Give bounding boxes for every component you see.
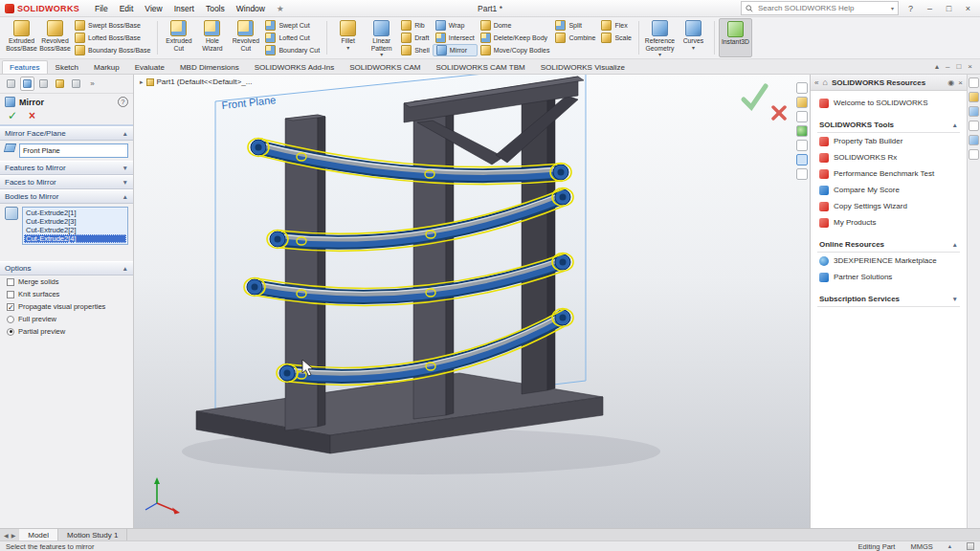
- menu-file[interactable]: File: [89, 2, 114, 15]
- maximize-icon[interactable]: □: [942, 2, 956, 15]
- compare-score-link[interactable]: Compare My Score: [817, 182, 960, 198]
- flex-button[interactable]: Flex: [598, 19, 635, 32]
- property-tab-builder-link[interactable]: Property Tab Builder: [817, 133, 960, 149]
- panel-overflow-button[interactable]: »: [85, 77, 100, 91]
- menu-window[interactable]: Window: [231, 2, 271, 15]
- file-explorer-tab-icon[interactable]: [969, 106, 979, 117]
- feature-breadcrumb[interactable]: ▸ Part1 (Default<<Default>_...: [140, 77, 252, 86]
- tab-visualize[interactable]: SOLIDWORKS Visualize: [533, 60, 633, 74]
- dome-button[interactable]: Dome: [478, 19, 553, 32]
- section-display-icon[interactable]: [796, 140, 808, 151]
- welcome-link[interactable]: Welcome to SOLIDWORKS: [817, 95, 960, 111]
- wrap-button[interactable]: Wrap: [433, 19, 478, 32]
- move-copy-bodies-button[interactable]: Move/Copy Bodies: [478, 44, 553, 56]
- body-list-item[interactable]: Cut-Extrude2[1]: [24, 209, 126, 217]
- tab-addins[interactable]: SOLIDWORKS Add-Ins: [247, 60, 343, 74]
- lofted-cut-button[interactable]: Lofted Cut: [262, 32, 323, 44]
- instant3d-button[interactable]: Instant3D: [719, 18, 752, 57]
- subscription-section-header[interactable]: Subscription Services ▼: [817, 292, 960, 307]
- feature-tree-tab[interactable]: [4, 77, 18, 91]
- full-preview-radio[interactable]: [7, 316, 14, 323]
- swept-boss-button[interactable]: Swept Boss/Base: [72, 19, 153, 32]
- body-list-item[interactable]: Cut-Extrude2[2]: [24, 226, 126, 234]
- curves-button[interactable]: Curves ▾: [677, 18, 710, 57]
- menu-pin-icon[interactable]: ★: [271, 2, 290, 15]
- tab-mbd-dimensions[interactable]: MBD Dimensions: [172, 60, 247, 74]
- marketplace-link[interactable]: 3DEXPERIENCE Marketplace: [817, 253, 960, 269]
- hole-wizard-button[interactable]: Hole Wizard: [195, 18, 229, 57]
- boundary-boss-button[interactable]: Boundary Boss/Base: [72, 44, 153, 56]
- command-help-icon[interactable]: ?: [118, 97, 128, 107]
- folder-display-icon[interactable]: [796, 97, 808, 108]
- tab-scroll-right-icon[interactable]: ▶: [11, 532, 16, 539]
- knit-surfaces-checkbox[interactable]: [7, 291, 14, 298]
- pane-close-icon[interactable]: ×: [958, 78, 963, 87]
- propagate-option[interactable]: ✓ Propagate visual properties: [0, 300, 133, 313]
- minimize-icon[interactable]: –: [923, 2, 937, 15]
- tab-features[interactable]: Features: [2, 60, 48, 74]
- partial-preview-radio[interactable]: [7, 328, 14, 336]
- motion-study-tab[interactable]: Motion Study 1: [58, 529, 127, 540]
- merge-solids-checkbox[interactable]: [7, 278, 14, 286]
- model-canvas[interactable]: Front Plane: [134, 75, 809, 528]
- ribbon-collapse-icon[interactable]: ▴: [935, 62, 939, 72]
- search-input[interactable]: [756, 3, 888, 13]
- options-section-header[interactable]: Options ▲: [0, 261, 133, 276]
- configuration-tab[interactable]: [36, 77, 51, 91]
- features-section-header[interactable]: Features to Mirror ▼: [0, 161, 133, 175]
- tab-cam[interactable]: SOLIDWORKS CAM: [342, 60, 428, 74]
- quick-tips-icon[interactable]: [967, 542, 974, 550]
- split-button[interactable]: Split: [552, 19, 598, 32]
- copy-settings-link[interactable]: Copy Settings Wizard: [817, 198, 960, 214]
- menu-insert[interactable]: Insert: [168, 2, 200, 15]
- swept-cut-button[interactable]: Swept Cut: [262, 19, 323, 32]
- collapse-pane-icon[interactable]: «: [814, 78, 818, 87]
- performance-benchmark-link[interactable]: Performance Benchmark Test: [817, 165, 960, 182]
- body-list-item-selected[interactable]: Cut-Extrude2[4]: [24, 234, 126, 243]
- partial-preview-option[interactable]: Partial preview: [0, 325, 133, 338]
- doc-restore-icon[interactable]: □: [956, 62, 961, 72]
- view-palette-tab-icon[interactable]: [969, 121, 979, 131]
- display-manager-tab[interactable]: [69, 77, 83, 91]
- revolved-cut-button[interactable]: Revolved Cut: [229, 18, 262, 57]
- design-library-tab-icon[interactable]: [969, 92, 979, 102]
- pin-icon[interactable]: ◉: [947, 78, 954, 87]
- revolved-boss-button[interactable]: Revolved Boss/Base: [38, 18, 72, 57]
- fillet-dropdown-icon[interactable]: ▾: [346, 45, 349, 52]
- tools-section-header[interactable]: SOLIDWORKS Tools ▲: [817, 118, 960, 133]
- propagate-checkbox[interactable]: ✓: [7, 303, 14, 311]
- mirror-button[interactable]: Mirror: [433, 44, 478, 56]
- units-caret-icon[interactable]: ▴: [948, 542, 951, 550]
- my-products-link[interactable]: My Products: [817, 214, 960, 231]
- resources-tab-icon[interactable]: [969, 77, 979, 88]
- extruded-cut-button[interactable]: Extruded Cut: [162, 18, 195, 57]
- tab-sketch[interactable]: Sketch: [48, 60, 86, 74]
- graphics-viewport[interactable]: ▸ Part1 (Default<<Default>_... Front Pla…: [134, 75, 810, 528]
- filter-display-icon[interactable]: [796, 111, 808, 122]
- combine-button[interactable]: Combine: [552, 32, 598, 44]
- mirror-face-section-header[interactable]: Mirror Face/Plane ▲: [0, 126, 133, 141]
- mirror-face-field[interactable]: Front Plane: [19, 143, 128, 158]
- pane-toggle-icon[interactable]: [796, 154, 808, 165]
- faces-section-header[interactable]: Faces to Mirror ▼: [0, 175, 133, 189]
- scale-button[interactable]: Scale: [598, 32, 635, 44]
- tab-cam-tbm[interactable]: SOLIDWORKS CAM TBM: [429, 60, 533, 74]
- lofted-boss-button[interactable]: Lofted Boss/Base: [72, 32, 153, 44]
- partner-solutions-link[interactable]: Partner Solutions: [817, 269, 960, 285]
- camera-display-icon[interactable]: [796, 168, 808, 180]
- tab-markup[interactable]: Markup: [86, 60, 127, 74]
- search-scope-caret-icon[interactable]: ▾: [891, 5, 894, 11]
- curves-dropdown-icon[interactable]: ▾: [692, 45, 695, 52]
- body-list-item[interactable]: Cut-Extrude2[3]: [24, 217, 126, 226]
- shell-button[interactable]: Shell: [398, 44, 433, 56]
- custom-properties-tab-icon[interactable]: [969, 149, 979, 160]
- tab-evaluate[interactable]: Evaluate: [127, 60, 172, 74]
- units-dropdown[interactable]: MMGS: [910, 542, 932, 551]
- breadcrumb-arrow-icon[interactable]: ▸: [140, 78, 144, 86]
- ok-button[interactable]: ✓: [8, 110, 17, 121]
- knit-surfaces-option[interactable]: Knit surfaces: [0, 288, 133, 300]
- bodies-listbox[interactable]: Cut-Extrude2[1] Cut-Extrude2[3] Cut-Extr…: [22, 207, 128, 245]
- menu-view[interactable]: View: [139, 2, 167, 15]
- appearances-tab-icon[interactable]: [969, 135, 979, 145]
- dimxpert-tab[interactable]: [53, 77, 67, 91]
